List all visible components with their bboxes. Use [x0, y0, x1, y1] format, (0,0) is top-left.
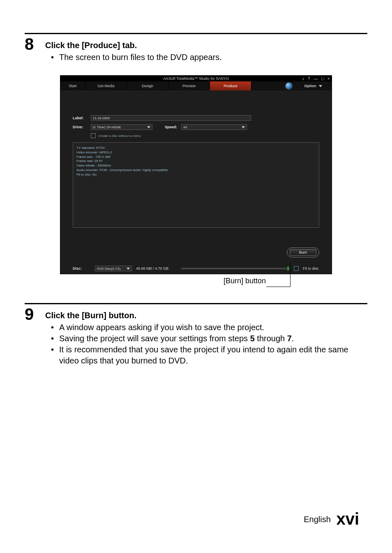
speed-select[interactable]: 4X — [181, 124, 247, 130]
tab-preview[interactable]: Preview — [168, 81, 210, 90]
step-9-bullet-3: It is recommended that you save the proj… — [58, 344, 367, 366]
disc-value: DVD Disc(4.7G) — [97, 267, 120, 271]
info-line: Frame rate: 29.97 — [76, 159, 316, 164]
window-titlebar: ArcSoft TotalMedia™ Studio for SANYO ♪ ?… — [60, 76, 332, 81]
window-title: ArcSoft TotalMedia™ Studio for SANYO — [163, 76, 228, 81]
disc-label: Disc: — [73, 266, 91, 271]
disc-capacity-bar — [181, 268, 290, 269]
tab-get-media[interactable]: Get Media — [85, 81, 127, 90]
step-8-bullet-1: The screen to burn files to the DVD appe… — [58, 52, 367, 63]
music-icon[interactable]: ♪ — [302, 76, 304, 81]
globe-icon[interactable] — [283, 81, 295, 90]
step-8-bullets: The screen to burn files to the DVD appe… — [45, 52, 367, 63]
burn-button-callout: [Burn] button — [60, 277, 332, 287]
step-9-bullet-1: A window appears asking if you wish to s… — [58, 322, 367, 333]
burn-button-highlight: Burn — [287, 248, 319, 257]
option-menu[interactable]: Option — [295, 81, 332, 90]
no-menu-checkbox-label: Create a disc without a menu — [98, 134, 141, 138]
page-footer: English xvi — [304, 510, 359, 528]
close-icon[interactable]: × — [327, 76, 330, 81]
fit-to-disc-label: Fit to disc — [303, 266, 327, 271]
step-9-bullets: A window appears asking if you wish to s… — [45, 322, 367, 366]
tab-start[interactable]: Start — [60, 81, 85, 90]
speed-field-label: Speed: — [165, 125, 181, 129]
drive-field-label: Drive: — [73, 125, 91, 129]
chevron-down-icon — [147, 126, 150, 128]
label-field-label: Label: — [73, 116, 91, 120]
burn-button-callout-label: [Burn] button — [224, 277, 266, 285]
speed-value: 4X — [183, 125, 187, 129]
drive-select[interactable]: D: TEAC DV-W28E — [91, 124, 152, 130]
info-line: Video bitrate : 5200kb/s — [76, 164, 316, 168]
disc-select[interactable]: DVD Disc(4.7G) — [95, 266, 132, 271]
tab-produce[interactable]: Produce — [210, 81, 251, 90]
chevron-down-icon — [242, 126, 245, 128]
minimize-icon[interactable]: — — [314, 76, 318, 81]
chevron-down-icon — [127, 268, 130, 270]
app-window: ArcSoft TotalMedia™ Studio for SANYO ♪ ?… — [60, 75, 332, 274]
maximize-icon[interactable]: □ — [321, 76, 324, 81]
info-line: TV standard: NTSC — [76, 146, 316, 150]
help-icon[interactable]: ? — [308, 76, 310, 81]
option-label: Option — [304, 84, 316, 88]
encoding-info-panel: TV standard: NTSC Video encoder: MPEG-2 … — [73, 142, 319, 228]
step-8-number: 8 — [25, 36, 45, 52]
step-8-title: Click the [Produce] tab. — [45, 41, 367, 50]
info-line: Audio encoder: PCM - Uncompressed audio;… — [76, 168, 316, 173]
fit-to-disc-checkbox[interactable] — [294, 266, 299, 271]
no-menu-checkbox[interactable] — [91, 133, 96, 138]
info-line: Fit to disc: No — [76, 173, 316, 177]
burn-button[interactable]: Burn — [290, 249, 316, 256]
drive-value: D: TEAC DV-W28E — [93, 125, 121, 129]
tab-design[interactable]: Design — [127, 81, 168, 90]
step-9-number: 9 — [25, 306, 45, 322]
chevron-down-icon — [319, 85, 322, 87]
footer-page-number: xvi — [336, 510, 359, 528]
info-line: Frame size : 720 X 480 — [76, 155, 316, 160]
label-field[interactable]: 11-18-2009 — [91, 115, 251, 121]
footer-language: English — [304, 515, 331, 524]
disc-size-readout: 49.98 MB / 4.70 GB — [136, 266, 177, 271]
info-line: Video encoder: MPEG-2 — [76, 150, 316, 155]
step-9-bullet-2: Saving the project will save your settin… — [58, 333, 367, 344]
step-9-title: Click the [Burn] button. — [45, 311, 367, 320]
